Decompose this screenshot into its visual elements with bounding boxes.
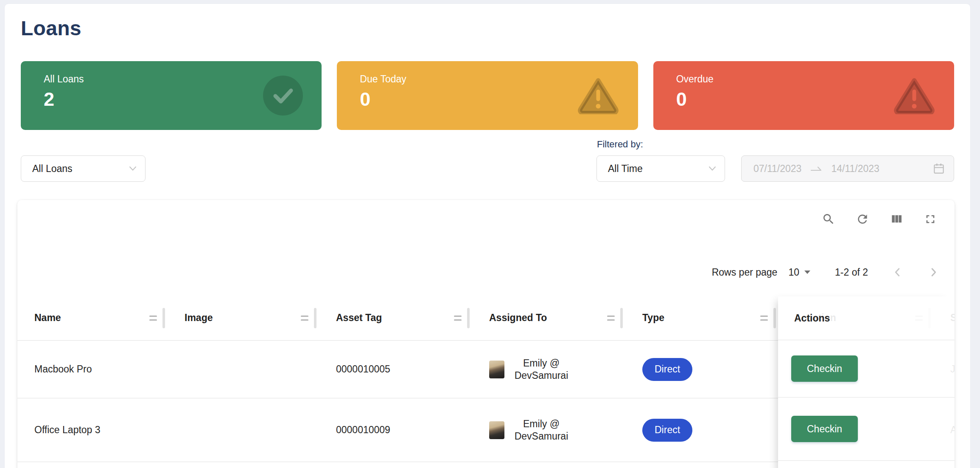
pagination-range-label: 1-2 of 2 xyxy=(835,267,868,278)
main-content-card: Loans All Loans 2 Due Today 0 xyxy=(4,3,971,468)
filtered-by-label: Filtered by: xyxy=(597,139,643,150)
chevron-down-icon xyxy=(708,166,716,171)
stat-card-overdue[interactable]: Overdue 0 xyxy=(653,61,954,130)
fullscreen-icon[interactable] xyxy=(923,212,938,226)
stat-value: 0 xyxy=(676,88,687,110)
assignee-name: Emily @ DevSamurai xyxy=(508,357,575,382)
cell-name: Office Laptop 3 xyxy=(17,398,165,462)
assignee-name: Emily @ DevSamurai xyxy=(508,418,575,443)
pinned-actions-column: Actions Checkin Checkin xyxy=(778,296,955,468)
rows-per-page-value: 10 xyxy=(788,267,799,278)
time-filter-value: All Time xyxy=(608,163,643,175)
table-panel: Rows per page 10 1-2 of 2 Name Ima xyxy=(17,200,955,468)
warning-triangle-icon xyxy=(893,77,935,114)
time-filter-select[interactable]: All Time xyxy=(596,155,725,182)
date-range-start: 07/11/2023 xyxy=(753,163,801,175)
next-page-button[interactable] xyxy=(927,266,939,278)
stat-card-due-today[interactable]: Due Today 0 xyxy=(337,61,638,130)
loan-filter-value: All Loans xyxy=(32,163,73,175)
stats-row: All Loans 2 Due Today 0 Overdue xyxy=(21,61,954,130)
date-range-input[interactable]: 07/11/2023 14/11/2023 xyxy=(741,155,954,182)
column-resize-handle[interactable] xyxy=(149,316,157,321)
cell-name: Macbook Pro xyxy=(17,341,165,398)
cell-image xyxy=(165,398,316,462)
calendar-icon xyxy=(932,162,945,175)
refresh-icon[interactable] xyxy=(855,212,870,226)
table-toolbar xyxy=(821,212,938,226)
cell-asset-tag: 0000010009 xyxy=(316,398,470,462)
date-range-end: 14/11/2023 xyxy=(831,163,879,175)
cell-assigned-to: Emily @ DevSamurai xyxy=(470,398,623,462)
check-circle-icon xyxy=(263,76,303,116)
actions-cell: Checkin xyxy=(778,398,955,461)
column-header-image[interactable]: Image xyxy=(165,296,316,340)
cell-assigned-to: Emily @ DevSamurai xyxy=(470,341,623,398)
type-badge: Direct xyxy=(642,358,692,381)
checkin-button[interactable]: Checkin xyxy=(791,416,858,442)
arrow-right-icon xyxy=(810,164,823,173)
column-header-asset-tag[interactable]: Asset Tag xyxy=(316,296,470,340)
column-header-name[interactable]: Name xyxy=(17,296,165,340)
cell-type: Direct xyxy=(623,398,776,462)
pagination-bar: Rows per page 10 1-2 of 2 xyxy=(712,259,939,286)
warning-triangle-icon xyxy=(577,77,619,114)
stat-card-all-loans[interactable]: All Loans 2 xyxy=(21,61,322,130)
cell-image xyxy=(165,341,316,398)
loan-filter-select[interactable]: All Loans xyxy=(21,155,146,182)
chevron-down-icon xyxy=(129,166,137,171)
column-header-actions: Actions xyxy=(778,296,955,340)
column-resize-handle[interactable] xyxy=(760,316,768,321)
cell-type: Direct xyxy=(623,341,776,398)
previous-page-button[interactable] xyxy=(892,266,904,278)
stat-value: 2 xyxy=(44,88,54,110)
column-resize-handle[interactable] xyxy=(454,316,462,321)
column-resize-handle[interactable] xyxy=(301,316,308,321)
page-title: Loans xyxy=(21,17,81,40)
rows-per-page-label: Rows per page xyxy=(712,267,778,278)
stat-value: 0 xyxy=(360,88,370,110)
cell-asset-tag: 0000010005 xyxy=(316,341,470,398)
column-resize-handle[interactable] xyxy=(607,316,615,321)
checkin-button[interactable]: Checkin xyxy=(791,355,858,382)
search-icon[interactable] xyxy=(821,212,836,226)
actions-cell: Checkin xyxy=(778,340,955,398)
type-badge: Direct xyxy=(642,419,692,442)
columns-icon[interactable] xyxy=(889,212,904,226)
assignee-avatar xyxy=(489,421,504,439)
stat-label: Due Today xyxy=(360,73,406,85)
rows-per-page-select[interactable]: 10 xyxy=(788,267,810,278)
stat-label: All Loans xyxy=(44,73,84,85)
stat-label: Overdue xyxy=(676,73,714,85)
caret-down-icon xyxy=(804,271,810,274)
assignee-avatar xyxy=(489,361,504,378)
column-header-type[interactable]: Type xyxy=(623,296,776,340)
column-header-assigned-to[interactable]: Assigned To xyxy=(470,296,623,340)
